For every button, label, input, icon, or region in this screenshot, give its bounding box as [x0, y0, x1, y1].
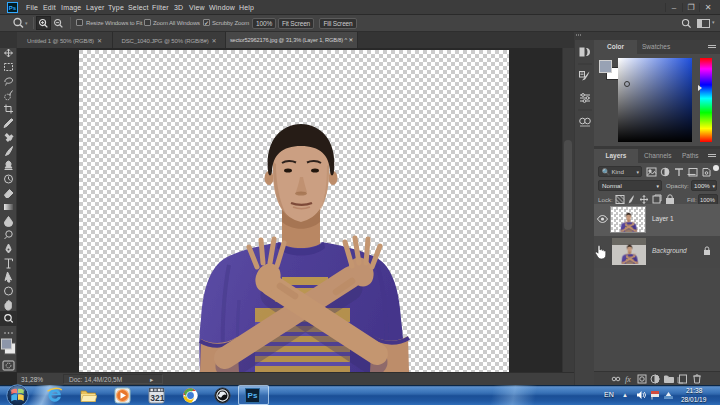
svg-text:fx: fx [625, 375, 631, 384]
svg-text:321: 321 [150, 393, 164, 403]
